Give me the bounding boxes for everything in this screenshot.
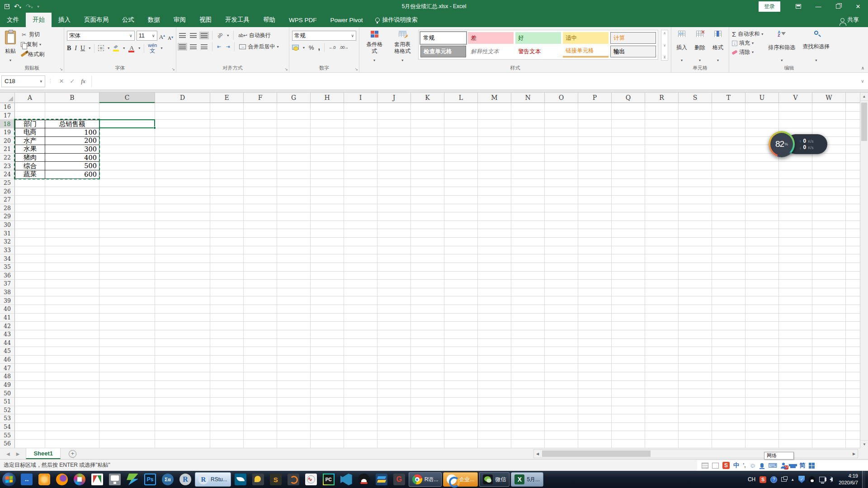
row-header-55[interactable]: 55 — [0, 431, 15, 440]
grid-cell-P53[interactable] — [578, 414, 612, 423]
grid-cell-U26[interactable] — [745, 187, 779, 196]
grid-cell-M32[interactable] — [478, 238, 511, 246]
row-header-36[interactable]: 36 — [0, 272, 15, 280]
grid-cell-N43[interactable] — [511, 330, 545, 339]
grid-cell-H16[interactable] — [311, 103, 344, 112]
grid-cell-R29[interactable] — [645, 212, 679, 221]
grid-cell-E42[interactable] — [210, 322, 244, 330]
grid-cell-P23[interactable] — [578, 162, 612, 170]
grid-cell-X20[interactable] — [846, 137, 860, 145]
grid-cell-Q49[interactable] — [612, 381, 645, 389]
grid-cell-C38[interactable] — [99, 288, 155, 297]
grid-cell-A35[interactable] — [15, 263, 45, 272]
grid-cell-H40[interactable] — [311, 305, 344, 314]
grid-cell-F56[interactable] — [244, 440, 277, 448]
scroll-down-icon[interactable]: ▼ — [860, 440, 868, 448]
grid-cell-U23[interactable] — [745, 162, 779, 170]
grid-cell-Q21[interactable] — [612, 145, 645, 154]
grid-cell-H52[interactable] — [311, 406, 344, 415]
grid-cell-Q20[interactable] — [612, 137, 645, 145]
grid-cell-L31[interactable] — [444, 229, 478, 238]
grid-cell-F40[interactable] — [244, 305, 277, 314]
grid-cell-I29[interactable] — [344, 212, 377, 221]
grid-cell-T24[interactable] — [712, 170, 745, 179]
row-header-37[interactable]: 37 — [0, 280, 15, 288]
grid-cell-Q44[interactable] — [612, 339, 645, 347]
grid-cell-O30[interactable] — [545, 221, 578, 230]
grid-cell-P16[interactable] — [578, 103, 612, 112]
grid-cell-G29[interactable] — [277, 212, 311, 221]
grid-cell-R31[interactable] — [645, 229, 679, 238]
grid-cell-A45[interactable] — [15, 347, 45, 356]
grid-cell-E22[interactable] — [210, 154, 244, 162]
grid-cell-B32[interactable] — [45, 238, 99, 246]
grid-cell-G48[interactable] — [277, 372, 311, 381]
grid-cell-S35[interactable] — [679, 263, 712, 272]
grid-cell-B48[interactable] — [45, 372, 99, 381]
grid-cell-O47[interactable] — [545, 364, 578, 372]
grid-cell-H44[interactable] — [311, 339, 344, 347]
grid-cell-X16[interactable] — [846, 103, 860, 112]
grid-cell-F50[interactable] — [244, 389, 277, 398]
grid-cell-S22[interactable] — [679, 154, 712, 162]
grid-cell-C23[interactable] — [99, 162, 155, 170]
picasa-taskbar-button[interactable] — [71, 472, 88, 487]
pycharm-taskbar-button[interactable]: PC — [321, 472, 337, 487]
align-left-button[interactable] — [179, 44, 186, 49]
grid-cell-V38[interactable] — [779, 288, 812, 297]
column-header-R[interactable]: R — [645, 93, 679, 103]
grid-cell-K45[interactable] — [411, 347, 444, 356]
grid-cell-U53[interactable] — [745, 414, 779, 423]
cell-style-常规[interactable]: 常规 — [420, 32, 466, 44]
grid-cell-D18[interactable] — [155, 120, 210, 128]
grid-cell-S38[interactable] — [679, 288, 712, 297]
grid-cell-D54[interactable] — [155, 423, 210, 432]
grid-cell-R17[interactable] — [645, 112, 679, 120]
grid-cell-N34[interactable] — [511, 254, 545, 263]
sign-in-button[interactable]: 登录 — [759, 1, 780, 12]
grid-cell-E46[interactable] — [210, 356, 244, 364]
grid-cell-B33[interactable] — [45, 246, 99, 255]
grid-cell-B27[interactable] — [45, 196, 99, 204]
column-header-I[interactable]: I — [344, 93, 377, 103]
grid-cell-V24[interactable] — [779, 170, 812, 179]
sublime-text-taskbar-button[interactable]: S — [268, 472, 284, 487]
grid-cell-E21[interactable] — [210, 145, 244, 154]
row-header-39[interactable]: 39 — [0, 296, 15, 305]
grid-cell-I54[interactable] — [344, 423, 377, 432]
underline-button[interactable]: U — [80, 45, 85, 52]
phonetic-guide-button[interactable]: wén文 — [148, 43, 157, 53]
grid-cell-X21[interactable] — [846, 145, 860, 154]
row-header-44[interactable]: 44 — [0, 339, 15, 347]
grid-cell-V45[interactable] — [779, 347, 812, 356]
grid-cell-B50[interactable] — [45, 389, 99, 398]
grid-cell-P25[interactable] — [578, 179, 612, 188]
grid-cell-W41[interactable] — [812, 314, 846, 322]
grid-cell-C28[interactable] — [99, 204, 155, 213]
row-header-16[interactable]: 16 — [0, 103, 15, 112]
cell-style-差[interactable]: 差 — [468, 32, 514, 44]
grid-cell-B43[interactable] — [45, 330, 99, 339]
grid-cell-S18[interactable] — [679, 120, 712, 128]
ribbon-tab-视图[interactable]: 视图 — [193, 13, 218, 27]
grid-cell-F21[interactable] — [244, 145, 277, 154]
grid-cell-R36[interactable] — [645, 272, 679, 280]
grid-cell-B55[interactable] — [45, 431, 99, 440]
grid-cell-U41[interactable] — [745, 314, 779, 322]
grid-cell-P41[interactable] — [578, 314, 612, 322]
grid-cell-J44[interactable] — [377, 339, 411, 347]
grid-cell-J53[interactable] — [377, 414, 411, 423]
grid-cell-D53[interactable] — [155, 414, 210, 423]
grid-cell-X28[interactable] — [846, 204, 860, 213]
align-bottom-button[interactable] — [201, 33, 208, 38]
grid-cell-A26[interactable] — [15, 187, 45, 196]
grid-cell-C35[interactable] — [99, 263, 155, 272]
show-desktop-button[interactable] — [862, 471, 865, 488]
grid-cell-A41[interactable] — [15, 314, 45, 322]
grid-cell-A53[interactable] — [15, 414, 45, 423]
grid-cell-W47[interactable] — [812, 364, 846, 372]
column-header-K[interactable]: K — [411, 93, 444, 103]
grid-cell-C20[interactable] — [99, 137, 155, 145]
grid-cell-K56[interactable] — [411, 440, 444, 448]
grid-cell-F49[interactable] — [244, 381, 277, 389]
